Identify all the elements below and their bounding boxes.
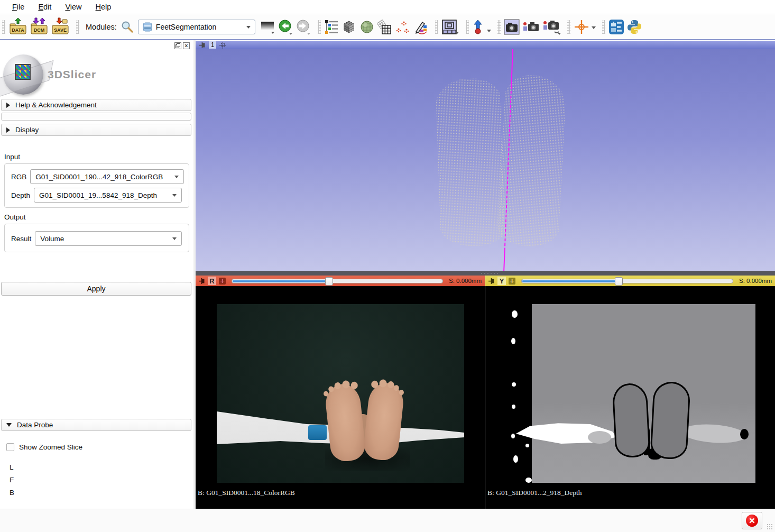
depth-image [510, 304, 755, 483]
window-size-grip[interactable] [767, 524, 773, 530]
module-back-button[interactable] [278, 19, 293, 35]
modules-label: Modules: [86, 23, 117, 31]
menu-file[interactable]: File [5, 1, 31, 13]
toolbar-grip[interactable] [76, 20, 79, 34]
red-slice-controller[interactable]: R ✛ S: 0.000mm [196, 276, 485, 286]
blue-clamp [308, 425, 327, 440]
module-forward-button[interactable] [296, 19, 311, 35]
result-label: Result [11, 235, 31, 243]
error-log-button[interactable]: ✕ [742, 512, 762, 529]
depth-left-foot [612, 382, 650, 458]
help-acknowledgement-section[interactable]: Help & Acknowledgement [1, 99, 191, 111]
editor-pen-button[interactable] [413, 19, 429, 35]
search-icon [121, 21, 134, 33]
probe-row-b: B [10, 489, 14, 497]
data-probe-section[interactable]: Data Probe [1, 419, 191, 431]
svg-text:DATA: DATA [12, 27, 24, 33]
svg-text:SAVE: SAVE [54, 27, 67, 33]
yellow-slider-handle[interactable] [615, 277, 623, 286]
python-console-button[interactable] [626, 19, 642, 35]
markup-points-icon [395, 19, 411, 35]
result-volume-selector[interactable]: Volume [35, 231, 182, 246]
depth-label: Depth [11, 191, 30, 199]
horizontal-splitter[interactable] [196, 271, 775, 276]
module-search-button[interactable] [121, 21, 134, 33]
pin-icon[interactable] [198, 278, 205, 285]
markups-button[interactable] [395, 19, 411, 35]
yellow-slice-controller[interactable]: Y ✛ S: 0.000mm [485, 276, 775, 286]
crosshair-button[interactable] [574, 19, 589, 35]
save-button[interactable]: SAVE [51, 17, 70, 36]
mouse-interaction-button[interactable] [472, 19, 486, 35]
layout-selector-button[interactable] [441, 19, 459, 35]
window-level-button[interactable] [261, 20, 275, 34]
screenshot-button[interactable] [504, 19, 520, 35]
display-section[interactable]: Display [1, 124, 191, 136]
yellow-slice-offset-value: S: 0.000mm [739, 278, 772, 284]
close-icon: × [185, 43, 188, 49]
error-icon: ✕ [746, 515, 758, 527]
svg-text:DCM: DCM [34, 27, 45, 33]
pin-icon[interactable] [488, 278, 495, 285]
yellow-slice-offset-slider[interactable] [521, 279, 733, 283]
view-crosshair-icon[interactable] [219, 42, 226, 49]
output-label: Output [4, 213, 26, 221]
show-zoomed-slice-checkbox[interactable] [6, 443, 14, 451]
toolbar-grip[interactable] [2, 20, 5, 34]
slice-link-icon[interactable]: ✛ [509, 278, 515, 285]
camera-icon [504, 19, 520, 35]
popout-icon [176, 43, 180, 48]
red-slider-handle[interactable] [325, 277, 333, 286]
input-group: RGB G01_SID0001_190...42_918_ColorRGB De… [4, 163, 189, 208]
crosshair-icon [574, 19, 589, 35]
window-level-icon [261, 20, 275, 34]
pin-icon[interactable] [199, 42, 206, 49]
slicer-logo-text: 3DSlicer [48, 68, 96, 81]
depth-volume-selector[interactable]: G01_SID0001_19...5842_918_Depth [34, 188, 182, 203]
scene-view-button[interactable] [522, 20, 540, 34]
rgb-label: RGB [11, 173, 26, 181]
import-dicom-button[interactable]: DCM [30, 17, 49, 36]
chevron-down-icon[interactable] [487, 30, 491, 32]
view3d-header-bar[interactable]: 1 [196, 41, 775, 49]
volume-cube-button[interactable] [341, 19, 357, 35]
menu-help[interactable]: Help [89, 1, 118, 13]
undock-panel-button[interactable] [174, 42, 181, 49]
slicer-logo-orb [3, 54, 43, 95]
transforms-button[interactable] [377, 19, 393, 35]
red-slice-viewport[interactable]: B: G01_SID0001...18_ColorRGB [196, 286, 485, 509]
show-zoomed-slice-label: Show Zoomed Slice [19, 443, 82, 451]
yellow-slice-viewport[interactable]: B: G01_SID0001...2_918_Depth [485, 286, 775, 509]
module-selector[interactable]: FeetSegmentation [138, 20, 255, 34]
menu-view[interactable]: View [58, 1, 88, 13]
load-data-button[interactable]: DATA [8, 17, 27, 36]
subject-hierarchy-button[interactable] [324, 20, 339, 34]
view3d-viewport[interactable] [196, 49, 775, 271]
extensions-manager-button[interactable] [608, 19, 624, 35]
yellow-slice-volume-name: B: G01_SID0001...2_918_Depth [487, 489, 582, 497]
apply-button[interactable]: Apply [1, 282, 191, 296]
models-sphere-button[interactable] [359, 19, 375, 35]
forward-arrow-icon [296, 19, 311, 35]
splitter-handle-dots [480, 272, 499, 274]
scene-view-restore-button[interactable] [542, 19, 561, 35]
toolbar-grip[interactable] [466, 20, 469, 34]
rgb-volume-selector[interactable]: G01_SID0001_190...42_918_ColorRGB [30, 169, 184, 184]
toolbar-grip[interactable] [318, 20, 321, 34]
toolbar-grip[interactable] [567, 20, 570, 34]
toolbar-grip[interactable] [435, 20, 438, 34]
collapsed-arrow-icon [6, 103, 10, 108]
red-slice-offset-slider[interactable] [232, 279, 443, 283]
import-dicom-icon: DCM [30, 17, 49, 36]
close-panel-button[interactable]: × [183, 42, 190, 49]
menu-bar: File Edit View Help [0, 0, 775, 14]
toolbar-grip[interactable] [602, 20, 605, 34]
chevron-down-icon[interactable] [592, 26, 596, 29]
expanded-arrow-icon [6, 423, 12, 427]
transform-grid-icon [377, 19, 393, 35]
pen-palette-icon [413, 19, 429, 35]
slice-link-icon[interactable]: ✛ [219, 278, 226, 285]
menu-edit[interactable]: Edit [31, 1, 58, 13]
toolbar-grip[interactable] [497, 20, 501, 34]
red-slice-volume-name: B: G01_SID0001...18_ColorRGB [198, 489, 295, 497]
